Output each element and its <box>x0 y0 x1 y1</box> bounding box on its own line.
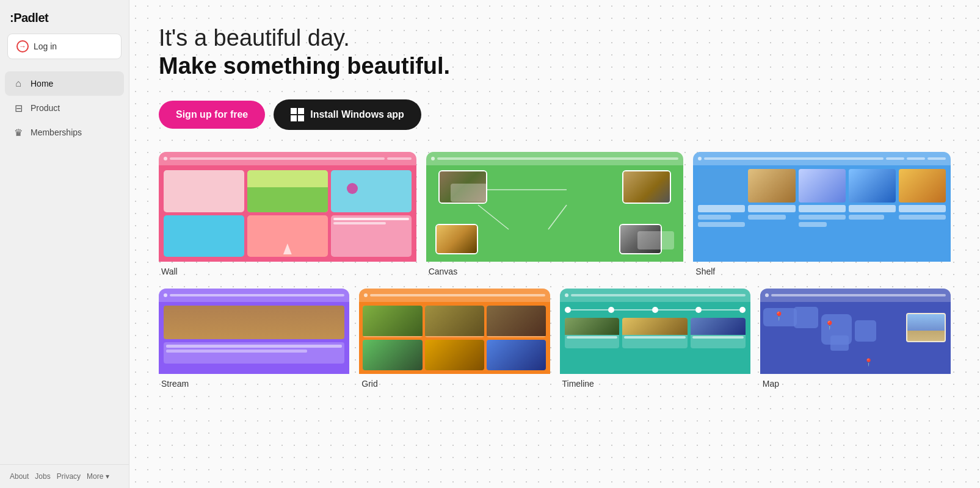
cta-buttons: Sign up for free Install Windows app <box>159 99 951 130</box>
card-map-preview: 📍 📍 📍 <box>760 289 951 374</box>
card-map[interactable]: 📍 📍 📍 Map <box>760 289 951 391</box>
card-grid-label: Grid <box>359 374 550 391</box>
install-windows-button[interactable]: Install Windows app <box>274 99 421 130</box>
sidebar-item-product[interactable]: ⊟ Product <box>5 96 124 120</box>
card-stream-preview <box>159 289 349 374</box>
nav-product-label: Product <box>31 103 60 113</box>
footer-jobs[interactable]: Jobs <box>35 472 50 481</box>
home-icon: ⌂ <box>12 77 24 90</box>
sidebar-item-memberships[interactable]: ♛ Memberships <box>5 120 124 145</box>
card-shelf-preview <box>693 152 951 262</box>
svg-line-1 <box>478 205 509 229</box>
footer-privacy[interactable]: Privacy <box>57 472 81 481</box>
app-logo: :Padlet <box>0 0 129 34</box>
memberships-icon: ♛ <box>12 126 24 138</box>
gallery-bottom-row: Stream <box>159 289 951 391</box>
card-timeline-preview <box>560 289 750 374</box>
hero-line2: Make something beautiful. <box>159 52 951 81</box>
card-grid-preview <box>359 289 550 374</box>
nav-items: ⌂ Home ⊟ Product ♛ Memberships <box>0 69 129 464</box>
login-button[interactable]: → Log in <box>7 34 122 59</box>
gallery-top-row: Wall <box>159 152 951 279</box>
product-icon: ⊟ <box>12 102 24 114</box>
card-stream-label: Stream <box>159 374 349 391</box>
card-timeline-label: Timeline <box>560 374 750 391</box>
hero-section: It's a beautiful day. Make something bea… <box>159 24 951 80</box>
main-content: It's a beautiful day. Make something bea… <box>129 0 980 488</box>
card-wall[interactable]: Wall <box>159 152 416 279</box>
login-icon: → <box>16 40 29 52</box>
nav-home-label: Home <box>31 79 53 88</box>
card-map-label: Map <box>760 374 951 391</box>
sidebar-footer: About Jobs Privacy More ▾ <box>0 464 129 488</box>
signup-button[interactable]: Sign up for free <box>159 101 265 129</box>
card-canvas-preview <box>426 152 684 262</box>
sidebar-item-home[interactable]: ⌂ Home <box>5 71 124 96</box>
footer-more[interactable]: More ▾ <box>87 472 109 481</box>
nav-memberships-label: Memberships <box>31 127 82 137</box>
windows-icon <box>291 108 304 121</box>
card-canvas-label: Canvas <box>426 262 684 279</box>
card-shelf-label: Shelf <box>693 262 951 279</box>
card-wall-label: Wall <box>159 262 416 279</box>
card-canvas[interactable]: Canvas <box>426 152 684 279</box>
card-timeline[interactable]: Timeline <box>560 289 750 391</box>
card-grid[interactable]: Grid <box>359 289 550 391</box>
svg-line-2 <box>548 205 567 229</box>
login-label: Log in <box>34 41 57 51</box>
sidebar: :Padlet → Log in ⌂ Home ⊟ Product ♛ Memb… <box>0 0 129 488</box>
windows-button-label: Install Windows app <box>310 109 404 120</box>
card-wall-preview <box>159 152 416 262</box>
card-stream[interactable]: Stream <box>159 289 349 391</box>
hero-line1: It's a beautiful day. <box>159 24 951 52</box>
card-shelf[interactable]: Shelf <box>693 152 951 279</box>
footer-about[interactable]: About <box>10 472 29 481</box>
